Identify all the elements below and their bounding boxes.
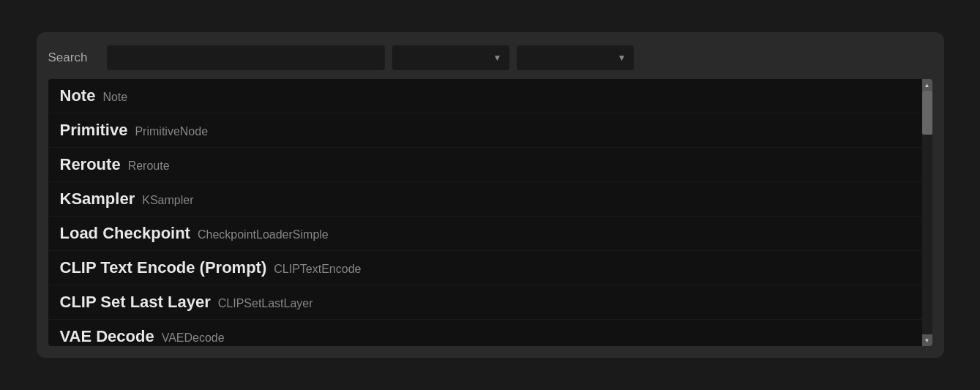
item-display-name: VAE Decode bbox=[60, 327, 154, 346]
list-item[interactable]: VAE DecodeVAEDecode bbox=[48, 320, 922, 346]
search-label: Search bbox=[48, 50, 100, 65]
item-display-name: CLIP Set Last Layer bbox=[60, 293, 211, 312]
dropdown1-wrapper: Category 1 Category 2 ▼ bbox=[392, 45, 509, 70]
list-item[interactable]: CLIP Set Last LayerCLIPSetLastLayer bbox=[48, 285, 922, 320]
item-type-name: VAEDecode bbox=[162, 331, 225, 345]
item-display-name: Reroute bbox=[60, 155, 121, 174]
item-type-name: CheckpointLoaderSimple bbox=[198, 228, 329, 241]
item-display-name: Primitive bbox=[60, 121, 128, 140]
item-type-name: CLIPSetLastLayer bbox=[218, 297, 313, 310]
list-item[interactable]: CLIP Text Encode (Prompt)CLIPTextEncode bbox=[48, 251, 922, 285]
list-item[interactable]: KSamplerKSampler bbox=[48, 182, 922, 217]
search-dialog: Search Category 1 Category 2 ▼ Option A … bbox=[37, 32, 944, 358]
item-type-name: Reroute bbox=[128, 160, 170, 173]
item-type-name: KSampler bbox=[142, 194, 193, 207]
filter-dropdown[interactable]: Option A Option B bbox=[517, 45, 634, 70]
node-list-container: NoteNotePrimitivePrimitiveNodeRerouteRer… bbox=[48, 79, 932, 346]
item-display-name: Load Checkpoint bbox=[60, 224, 190, 243]
list-item[interactable]: NoteNote bbox=[48, 79, 922, 113]
scrollbar-thumb-area bbox=[922, 91, 932, 334]
scroll-up-button[interactable]: ▲ bbox=[922, 79, 932, 91]
scrollbar-track: ▲ ▼ bbox=[922, 79, 932, 346]
node-list: NoteNotePrimitivePrimitiveNodeRerouteRer… bbox=[48, 79, 922, 346]
scrollbar-thumb[interactable] bbox=[922, 91, 932, 135]
item-type-name: CLIPTextEncode bbox=[274, 263, 361, 276]
list-item[interactable]: RerouteReroute bbox=[48, 148, 922, 182]
search-bar: Search Category 1 Category 2 ▼ Option A … bbox=[48, 45, 932, 70]
list-item[interactable]: PrimitivePrimitiveNode bbox=[48, 113, 922, 148]
item-type-name: Note bbox=[102, 91, 127, 104]
item-display-name: Note bbox=[60, 86, 96, 105]
search-input[interactable] bbox=[107, 45, 385, 70]
scroll-down-button[interactable]: ▼ bbox=[922, 334, 932, 346]
item-display-name: KSampler bbox=[60, 190, 135, 209]
item-display-name: CLIP Text Encode (Prompt) bbox=[60, 258, 267, 277]
dropdown2-wrapper: Option A Option B ▼ bbox=[517, 45, 634, 70]
item-type-name: PrimitiveNode bbox=[135, 125, 208, 138]
category-dropdown[interactable]: Category 1 Category 2 bbox=[392, 45, 509, 70]
list-item[interactable]: Load CheckpointCheckpointLoaderSimple bbox=[48, 217, 922, 251]
